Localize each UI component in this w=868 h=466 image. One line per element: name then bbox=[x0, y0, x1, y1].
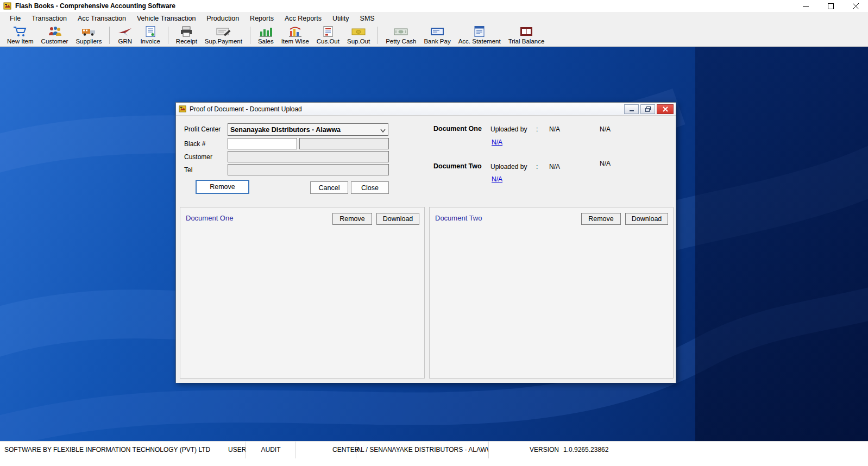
status-bar: SOFTWARE BY FLEXIBLE INFORMATION TECHNOL… bbox=[0, 441, 868, 466]
toolbar-customer[interactable]: Customer bbox=[37, 24, 72, 46]
tel-input[interactable] bbox=[228, 164, 389, 175]
menu-acc-transaction[interactable]: Acc Transaction bbox=[72, 13, 131, 24]
statement-icon bbox=[472, 26, 487, 37]
statusbar-version-label: VERSION bbox=[530, 442, 559, 458]
document-one-download-button[interactable]: Download bbox=[376, 213, 419, 225]
document-two-panel: Document Two Remove Download bbox=[429, 207, 674, 379]
statusbar-center-label: CENTER bbox=[332, 442, 359, 458]
toolbar-separator bbox=[109, 27, 110, 44]
document-one-remove-button[interactable]: Remove bbox=[332, 213, 372, 225]
cheque-pen-icon bbox=[216, 26, 231, 37]
plane-icon bbox=[117, 26, 133, 37]
dialog-body: Profit Center Senanayake Distributors - … bbox=[176, 116, 676, 383]
menu-bar: File Transaction Acc Transaction Vehicle… bbox=[0, 12, 868, 24]
document-one-heading: Document One bbox=[433, 125, 482, 133]
statusbar-user-value: AUDIT bbox=[246, 442, 296, 458]
customer-outstanding-icon bbox=[320, 26, 336, 37]
toolbar-suppliers[interactable]: Suppliers bbox=[72, 24, 105, 46]
toolbar-receipt[interactable]: Receipt bbox=[172, 24, 201, 46]
menu-sms[interactable]: SMS bbox=[355, 13, 380, 24]
toolbar-cus-out[interactable]: Cus.Out bbox=[313, 24, 343, 46]
remove-button[interactable]: Remove bbox=[196, 180, 249, 194]
profit-center-select[interactable]: Senanayake Distributors - Alawwa bbox=[228, 123, 388, 136]
chevron-down-icon bbox=[380, 125, 386, 135]
toolbar-petty-cash[interactable]: Petty Cash bbox=[382, 24, 420, 46]
profit-center-value: Senanayake Distributors - Alawwa bbox=[230, 126, 380, 134]
toolbar-separator bbox=[168, 27, 168, 44]
toolbar: New Item Customer Suppliers GRN Invoice … bbox=[0, 24, 868, 47]
close-dialog-button[interactable]: Close bbox=[351, 181, 389, 194]
customers-icon bbox=[47, 26, 62, 37]
app-logo-icon bbox=[3, 2, 12, 10]
desktop-background: Proof of Document - Document Upload Prof… bbox=[0, 47, 868, 441]
toolbar-acc-statement[interactable]: Acc. Statement bbox=[455, 24, 505, 46]
maximize-button[interactable] bbox=[818, 0, 843, 12]
truck-icon bbox=[81, 26, 96, 37]
toolbar-sup-out[interactable]: Sup.Out bbox=[343, 24, 374, 46]
customer-label: Customer bbox=[184, 153, 212, 161]
statusbar-version-value: 1.0.9265.23862 bbox=[563, 442, 608, 458]
toolbar-separator bbox=[250, 27, 250, 44]
uploaded-by-label-two: Uploaded by bbox=[490, 163, 527, 171]
toolbar-sales[interactable]: Sales bbox=[254, 24, 278, 46]
menu-production[interactable]: Production bbox=[201, 13, 244, 24]
window-title: Flash Books - Comprehensive Accounting S… bbox=[15, 2, 175, 10]
menu-utility[interactable]: Utility bbox=[327, 13, 355, 24]
document-two-uploader: N/A bbox=[549, 163, 560, 171]
customer-input[interactable] bbox=[228, 151, 389, 162]
cart-icon bbox=[12, 26, 28, 37]
menu-acc-reports[interactable]: Acc Reports bbox=[279, 13, 327, 24]
black-number-input[interactable] bbox=[228, 138, 297, 149]
yellow-banknote-icon bbox=[351, 26, 366, 37]
dialog-restore-button[interactable] bbox=[640, 104, 655, 114]
profit-center-label: Profit Center bbox=[184, 125, 221, 133]
menu-reports[interactable]: Reports bbox=[244, 13, 279, 24]
green-bar-chart-icon bbox=[258, 26, 273, 37]
document-one-panel-title: Document One bbox=[186, 214, 233, 222]
menu-file[interactable]: File bbox=[4, 13, 26, 24]
colon-two: : bbox=[536, 163, 538, 171]
menu-vehicle-transaction[interactable]: Vehicle Transaction bbox=[131, 13, 201, 24]
document-two-remove-button[interactable]: Remove bbox=[581, 213, 621, 225]
document-one-date: N/A bbox=[600, 125, 611, 133]
toolbar-trial-balance[interactable]: Trial Balance bbox=[505, 24, 549, 46]
toolbar-item-wise[interactable]: Item Wise bbox=[278, 24, 313, 46]
cheque-book-icon bbox=[430, 26, 445, 37]
statusbar-center-value: AL / SENANAYAKE DISTRIBUTORS - ALAWWA bbox=[356, 442, 489, 458]
document-one-link[interactable]: N/A bbox=[492, 138, 502, 146]
black-number-secondary-input[interactable] bbox=[299, 138, 389, 149]
toolbar-sup-payment[interactable]: Sup.Payment bbox=[201, 24, 246, 46]
colon-one: : bbox=[536, 125, 538, 133]
toolbar-new-item[interactable]: New Item bbox=[3, 24, 37, 46]
dialog-minimize-button[interactable] bbox=[624, 104, 639, 114]
toolbar-separator bbox=[378, 27, 378, 44]
black-number-label: Black # bbox=[184, 140, 205, 148]
document-two-heading: Document Two bbox=[433, 162, 482, 170]
application-window: Flash Books - Comprehensive Accounting S… bbox=[0, 0, 868, 466]
toolbar-invoice[interactable]: Invoice bbox=[136, 24, 163, 46]
tel-label: Tel bbox=[184, 166, 192, 174]
printer-icon bbox=[179, 26, 194, 37]
menu-transaction[interactable]: Transaction bbox=[26, 13, 72, 24]
cash-note-icon bbox=[393, 26, 408, 37]
toolbar-grn[interactable]: GRN bbox=[114, 24, 136, 46]
invoice-icon bbox=[143, 26, 158, 37]
toolbar-bank-pay[interactable]: Bank Pay bbox=[420, 24, 454, 46]
dialog-close-button[interactable] bbox=[657, 104, 674, 114]
dialog-logo-icon bbox=[179, 105, 187, 113]
minimize-button[interactable] bbox=[793, 0, 818, 12]
dialog-titlebar[interactable]: Proof of Document - Document Upload bbox=[176, 103, 676, 116]
document-two-panel-title: Document Two bbox=[435, 214, 482, 222]
window-titlebar[interactable]: Flash Books - Comprehensive Accounting S… bbox=[0, 0, 868, 12]
uploaded-by-label-one: Uploaded by bbox=[490, 125, 527, 133]
colorful-chart-icon bbox=[287, 26, 303, 37]
document-two-link[interactable]: N/A bbox=[492, 175, 502, 183]
close-button[interactable] bbox=[843, 0, 868, 12]
document-two-download-button[interactable]: Download bbox=[625, 213, 668, 225]
statusbar-user-label: USER bbox=[228, 442, 246, 458]
document-one-uploader: N/A bbox=[549, 125, 560, 133]
document-two-date: N/A bbox=[600, 160, 611, 167]
cancel-button[interactable]: Cancel bbox=[310, 181, 348, 194]
proof-of-document-dialog: Proof of Document - Document Upload Prof… bbox=[175, 102, 676, 383]
document-one-panel: Document One Remove Download bbox=[180, 207, 425, 379]
